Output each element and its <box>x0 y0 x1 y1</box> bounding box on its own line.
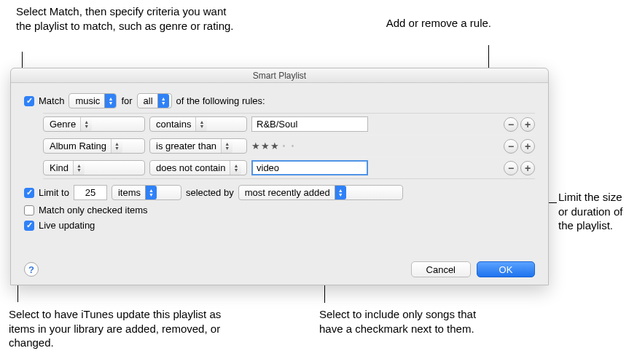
rule-field-value: Kind <box>50 162 69 173</box>
annotation-live: Select to have iTunes update this playli… <box>9 307 227 350</box>
match-label: Match <box>39 95 64 106</box>
rule-op-value: is greater than <box>156 141 216 151</box>
remove-rule-button[interactable]: − <box>504 161 518 175</box>
live-updating-label: Live updating <box>39 220 95 231</box>
limit-row: Limit to 25 items ▲▼ selected by most re… <box>24 185 535 200</box>
rule-op-select[interactable]: contains ▲▼ <box>149 116 247 132</box>
checked-only-row: Match only checked items <box>24 205 535 215</box>
match-source-select[interactable]: music ▲▼ <box>69 93 117 108</box>
rule-row: Album Rating ▲▼ is greater than ▲▼ ★★★ •… <box>43 135 535 157</box>
limit-label: Limit to <box>39 187 69 198</box>
limit-unit-select[interactable]: items ▲▼ <box>112 185 181 200</box>
limit-by-label: selected by <box>186 187 234 198</box>
match-scope-value: all <box>144 95 153 106</box>
smart-playlist-dialog: Smart Playlist Match music ▲▼ for all ▲▼… <box>10 68 549 285</box>
add-rule-button[interactable]: + <box>520 139 535 154</box>
rule-op-value: does not contain <box>156 162 225 173</box>
dialog-footer: ? Cancel OK <box>11 261 548 277</box>
rule-row: Kind ▲▼ does not contain ▲▼ video − + <box>43 157 535 178</box>
limit-by-select[interactable]: most recently added ▲▼ <box>238 185 403 200</box>
rule-field-select[interactable]: Genre ▲▼ <box>43 116 145 132</box>
checked-only-checkbox[interactable] <box>24 205 34 215</box>
match-scope-select[interactable]: all ▲▼ <box>137 93 172 108</box>
match-source-value: music <box>75 95 100 106</box>
annotation-limit: Limit the size or duration of the playli… <box>558 190 635 233</box>
annotation-checked: Select to include only songs that have a… <box>319 307 487 336</box>
match-suffix-label: of the following rules: <box>176 95 265 106</box>
rule-field-select[interactable]: Album Rating ▲▼ <box>43 138 145 154</box>
limit-by-value: most recently added <box>245 187 330 198</box>
remove-rule-button[interactable]: − <box>504 117 518 132</box>
remove-rule-button[interactable]: − <box>504 139 518 154</box>
ok-button[interactable]: OK <box>477 261 535 277</box>
annotation-addremove: Add or remove a rule. <box>382 16 491 31</box>
rule-value-input[interactable]: video <box>251 160 368 175</box>
rule-field-select[interactable]: Kind ▲▼ <box>43 160 145 175</box>
live-updating-checkbox[interactable] <box>24 221 34 231</box>
match-for-label: for <box>121 95 132 106</box>
rule-value-stars[interactable]: ★★★ • • <box>251 141 368 151</box>
dialog-title: Smart Playlist <box>11 68 548 83</box>
rule-row: Genre ▲▼ contains ▲▼ R&B/Soul − + <box>43 114 535 135</box>
match-row: Match music ▲▼ for all ▲▼ of the followi… <box>24 93 535 108</box>
annotation-match: Select Match, then specify criteria you … <box>16 4 235 33</box>
rule-field-value: Genre <box>50 119 76 130</box>
rule-op-select[interactable]: does not contain ▲▼ <box>149 160 247 175</box>
rule-op-value: contains <box>156 119 191 130</box>
limit-value-input[interactable]: 25 <box>74 185 107 200</box>
rule-field-value: Album Rating <box>50 141 106 151</box>
rule-op-select[interactable]: is greater than ▲▼ <box>149 138 247 154</box>
cancel-button[interactable]: Cancel <box>411 261 471 277</box>
match-checkbox[interactable] <box>24 96 34 106</box>
add-rule-button[interactable]: + <box>520 161 535 175</box>
live-updating-row: Live updating <box>24 220 535 231</box>
rules-container: Genre ▲▼ contains ▲▼ R&B/Soul − + Album … <box>43 113 535 179</box>
rule-value-input[interactable]: R&B/Soul <box>251 116 368 132</box>
checked-only-label: Match only checked items <box>39 205 148 215</box>
limit-checkbox[interactable] <box>24 188 34 198</box>
add-rule-button[interactable]: + <box>520 117 535 132</box>
limit-unit-value: items <box>118 187 141 198</box>
help-button[interactable]: ? <box>24 262 39 277</box>
